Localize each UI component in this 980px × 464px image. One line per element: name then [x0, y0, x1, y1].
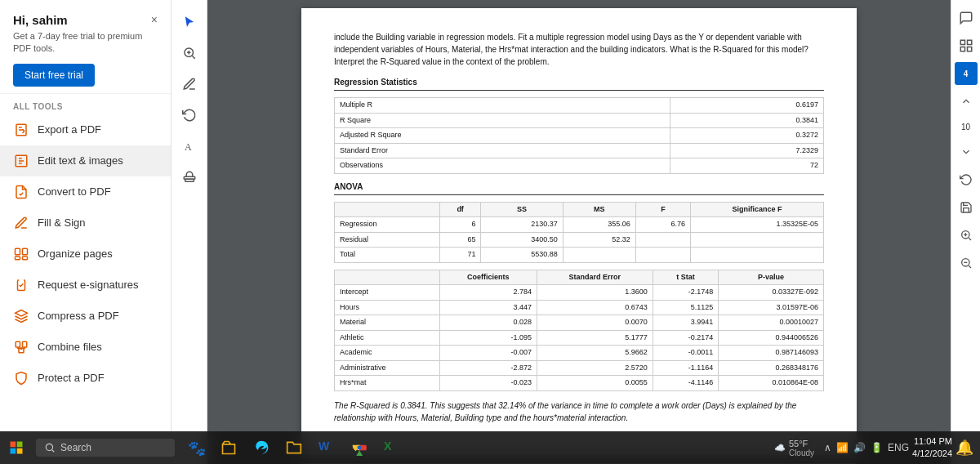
weather-condition-label: Cloudy — [789, 448, 814, 457]
table-row: Hrs*mat-0.0230.0055-4.11460.010864E-08 — [335, 376, 824, 391]
table-cell: 2.5720 — [537, 360, 653, 376]
sidebar-item-export-pdf[interactable]: Export a PDF — [0, 114, 171, 145]
table-cell: 0.0055 — [537, 376, 653, 391]
table-header: df — [439, 202, 481, 217]
start-trial-button[interactable]: Start free trial — [13, 64, 95, 87]
table-header: P-value — [719, 270, 824, 285]
sidebar-item-combine[interactable]: Combine files — [0, 332, 171, 363]
table-cell: Hours — [335, 300, 440, 315]
table-cell: 3.01597E-06 — [719, 300, 824, 315]
weather-icon: ☁️ — [774, 443, 786, 453]
sidebar-item-label-fill-sign: Fill & Sign — [38, 216, 86, 229]
sidebar-item-organize[interactable]: Organize pages — [0, 239, 171, 270]
svg-rect-5 — [23, 257, 28, 260]
svg-rect-16 — [967, 47, 971, 51]
table-row: Academic-0.0075.9662-0.00110.987146093 — [335, 346, 824, 361]
table-cell: 0.00010027 — [719, 315, 824, 331]
table-cell: Standard Error — [335, 143, 670, 158]
table-cell: 0.268348176 — [719, 360, 824, 376]
chevron-down-button[interactable] — [955, 141, 978, 163]
table-cell: -0.023 — [439, 376, 537, 391]
rotate-tool-button[interactable] — [176, 101, 203, 129]
stamp-tool-button[interactable] — [176, 163, 203, 191]
zoom-out-button[interactable] — [955, 252, 978, 274]
table-cell: 0.3841 — [670, 113, 823, 128]
grid-view-button[interactable] — [955, 34, 978, 57]
table-row: Adjusted R Square0.3272 — [335, 128, 824, 144]
table-cell: -0.007 — [439, 346, 537, 361]
table-row: Observations72 — [335, 158, 824, 174]
table-cell: 2130.37 — [481, 217, 563, 233]
taskbar-app-files[interactable] — [279, 433, 309, 462]
taskbar-app-explorer[interactable] — [214, 433, 243, 462]
taskbar-app-chrome[interactable] — [345, 433, 374, 462]
start-button[interactable] — [0, 431, 33, 464]
regression-stats-table: Multiple R0.6197 R Square0.3841 Adjusted… — [334, 97, 824, 174]
regression-stats-title: Regression Statistics — [334, 76, 824, 91]
table-cell: 0.6197 — [670, 98, 823, 114]
table-cell — [635, 248, 690, 263]
sidebar-item-compress[interactable]: Compress a PDF — [0, 301, 171, 332]
close-button[interactable]: × — [151, 13, 158, 26]
table-header — [335, 270, 440, 285]
sidebar-item-protect[interactable]: Protect a PDF — [0, 363, 171, 394]
table-cell: 6.76 — [635, 217, 690, 233]
svg-rect-15 — [960, 47, 964, 51]
chat-icon-button[interactable] — [955, 7, 978, 29]
table-row: df SS MS F Significance F — [335, 202, 824, 217]
taskbar-app-animated[interactable]: 🐾 — [181, 433, 211, 462]
annotate-tool-button[interactable] — [176, 70, 203, 98]
table-cell: 52.32 — [563, 232, 635, 248]
svg-rect-14 — [967, 40, 971, 44]
table-cell: 6 — [439, 217, 481, 233]
taskbar-search-bar[interactable]: Search — [36, 439, 175, 457]
table-row: Hours3.4470.67435.11253.01597E-06 — [335, 300, 824, 315]
table-cell: 5.1125 — [653, 300, 719, 315]
zoom-in-button[interactable] — [955, 224, 978, 247]
svg-rect-13 — [960, 40, 964, 44]
sidebar-item-fill-sign[interactable]: Fill & Sign — [0, 207, 171, 239]
table-cell: -4.1146 — [653, 376, 719, 391]
notification-icon[interactable]: 🔔 — [956, 439, 973, 457]
table-cell: -1.1164 — [653, 360, 719, 376]
sidebar-greeting: Hi, sahim — [13, 13, 158, 27]
table-cell: 72 — [670, 158, 823, 174]
organize-pages-icon — [13, 246, 29, 262]
cursor-tool-button[interactable] — [176, 8, 203, 36]
weather-widget: ☁️ 55°F Cloudy — [768, 439, 821, 457]
zoom-tool-button[interactable] — [176, 39, 203, 67]
sidebar-item-request-esign[interactable]: Request e-signatures — [0, 270, 171, 301]
export-pdf-icon — [13, 122, 29, 138]
sidebar-item-label-request-esign: Request e-signatures — [38, 279, 139, 291]
table-cell: Observations — [335, 158, 670, 174]
svg-rect-12 — [185, 179, 194, 181]
sidebar-item-convert-pdf[interactable]: Convert to PDF — [0, 176, 171, 207]
table-row: Standard Error7.2329 — [335, 143, 824, 158]
taskbar: Search 🐾 W X ☁️ 55°F Cloudy — [0, 431, 980, 464]
svg-rect-4 — [16, 257, 20, 260]
chevron-up-tray-icon[interactable]: ∧ — [824, 442, 831, 453]
text-tool-button[interactable]: A — [176, 132, 203, 160]
table-cell: 3.9941 — [653, 315, 719, 331]
refresh-button[interactable] — [955, 168, 978, 191]
taskbar-app-word[interactable]: W — [312, 433, 341, 462]
taskbar-app-edge[interactable] — [247, 433, 276, 462]
coeff-table-container: Coefficients Standard Error t Stat P-val… — [334, 270, 824, 391]
speaker-icon[interactable]: 🔊 — [853, 442, 866, 453]
table-cell: 5.9662 — [537, 346, 653, 361]
sidebar: × Hi, sahim Get a 7-day free trial to pr… — [0, 0, 172, 464]
chevron-up-button[interactable] — [955, 90, 978, 113]
taskbar-app-excel[interactable]: X — [377, 433, 407, 462]
table-cell: 5530.88 — [481, 248, 563, 263]
pdf-area[interactable]: include the Building variable in regress… — [207, 0, 951, 464]
right-panel: 4 10 — [951, 0, 980, 464]
pdf-page-4: include the Building variable in regress… — [301, 8, 857, 455]
sidebar-item-edit-text[interactable]: Edit text & images — [0, 145, 171, 176]
svg-point-25 — [358, 446, 362, 450]
svg-rect-19 — [11, 442, 16, 448]
table-cell: Residual — [335, 232, 440, 248]
save-document-button[interactable] — [955, 196, 978, 219]
table-cell: 0.03327E-092 — [719, 285, 824, 301]
table-row: Material0.0280.00703.99410.00010027 — [335, 315, 824, 331]
table-cell: 3.447 — [439, 300, 537, 315]
